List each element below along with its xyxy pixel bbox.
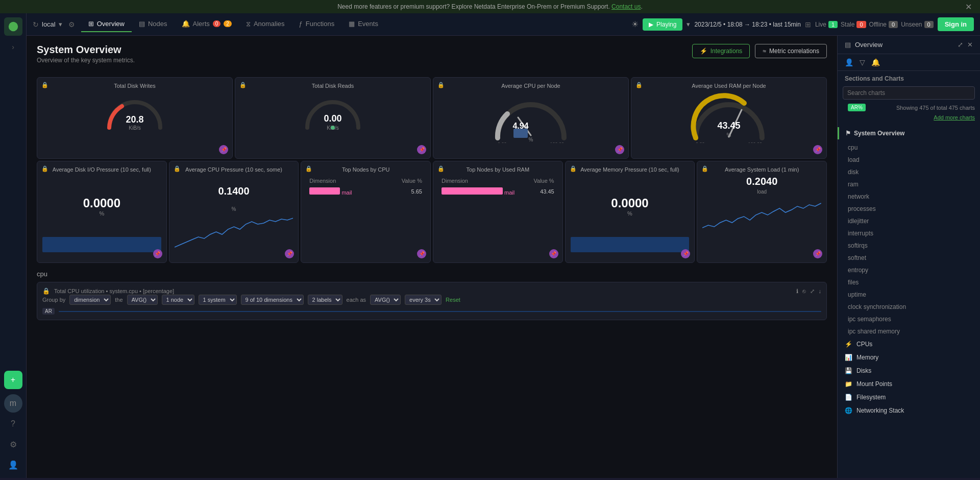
nav-group-mount-header[interactable]: 📁 Mount Points xyxy=(845,380,973,388)
chart-disk-io-pressure: 🔒 Average Disk I/O Pressure (10 sec, ful… xyxy=(37,161,167,263)
pin-icon[interactable]: 📌 xyxy=(417,249,426,258)
pin-icon[interactable]: 📌 xyxy=(681,249,690,258)
tab-anomalies[interactable]: ⧖ Anomalies xyxy=(239,17,292,32)
rp-filter-icon[interactable]: ▽ xyxy=(860,58,865,66)
nav-item-idlejitter[interactable]: idlejitter xyxy=(838,215,980,227)
svg-text:0.00: 0.00 xyxy=(324,113,341,124)
node-dropdown-icon[interactable]: ▾ xyxy=(59,20,62,28)
overview-icon: ⊞ xyxy=(88,20,94,28)
sidebar-icon-settings[interactable]: ⚙ xyxy=(4,435,22,453)
tab-events[interactable]: ▦ Events xyxy=(341,17,385,32)
panel-expand-icon[interactable]: ⤢ xyxy=(958,41,963,49)
nav-item-entropy[interactable]: entropy xyxy=(838,264,980,276)
sidebar-icon-netdata[interactable] xyxy=(4,17,22,36)
table-row: mail 5.65 xyxy=(307,186,424,197)
right-panel: ▤ Overview ⤢ ✕ 👤 ▽ 🔔 Sections and Charts xyxy=(837,36,980,478)
sidebar-icon-person[interactable]: 👤 xyxy=(4,455,22,474)
metric-corr-icon: ≈ xyxy=(763,47,766,55)
chart-memory-pressure: 🔒 Average Memory Pressure (10 sec, full)… xyxy=(565,161,695,263)
pin-icon[interactable]: 📌 xyxy=(813,249,822,258)
info-circle-icon[interactable]: ℹ xyxy=(796,288,798,295)
playing-dropdown-icon[interactable]: ▾ xyxy=(687,20,690,28)
nav-group-mount-points: 📁 Mount Points xyxy=(838,377,980,391)
dimensions-select[interactable]: 9 of 10 dimensions xyxy=(241,295,304,305)
panel-close-icon[interactable]: ✕ xyxy=(967,41,973,49)
avg-select[interactable]: AVG() xyxy=(127,295,158,305)
nav-group-cpus-header[interactable]: ⚡ CPUs xyxy=(845,341,973,348)
nav-group-filesystem: 📄 Filesystem xyxy=(838,391,980,404)
page-title: System Overview xyxy=(37,44,135,56)
share-icon[interactable]: ⎋ xyxy=(802,288,806,294)
alerts-badge2: 2 xyxy=(224,20,232,27)
nav-item-ipc-shared[interactable]: ipc shared memory xyxy=(838,325,980,338)
tab-functions[interactable]: ƒ Functions xyxy=(292,17,342,32)
tab-nodes[interactable]: ▤ Nodes xyxy=(132,17,175,32)
settings-icon[interactable]: ⚙ xyxy=(68,20,75,29)
playing-button[interactable]: ▶ Playing xyxy=(643,18,682,31)
sidebar-icon-help[interactable]: ? xyxy=(4,415,22,433)
nav-item-disk[interactable]: disk xyxy=(838,166,980,178)
reset-button[interactable]: Reset xyxy=(446,297,460,303)
pin-icon[interactable]: 📌 xyxy=(285,249,294,258)
nav-item-softnet[interactable]: softnet xyxy=(838,252,980,264)
integrations-button[interactable]: ⚡ Integrations xyxy=(692,44,750,58)
theme-icon[interactable]: ☀ xyxy=(631,19,639,29)
fs-icon: 📄 xyxy=(845,394,852,401)
sidebar-icon-user[interactable]: m xyxy=(4,394,22,413)
right-panel-title: Overview xyxy=(855,41,883,49)
sidebar-icons: › + m ? ⚙ 👤 xyxy=(0,13,27,478)
system-overview-section[interactable]: ⚑ System Overview xyxy=(838,127,980,139)
expand-icon[interactable]: ⤢ xyxy=(810,288,815,295)
rp-bell-icon[interactable]: 🔔 xyxy=(871,58,880,66)
systems-select[interactable]: 1 system xyxy=(199,295,237,305)
labels-select[interactable]: 2 labels xyxy=(308,295,342,305)
nav-item-ram[interactable]: ram xyxy=(838,178,980,190)
pin-icon[interactable]: 📌 xyxy=(417,145,426,154)
sidebar-icon-add[interactable]: + xyxy=(4,371,22,389)
nav-group-disks-header[interactable]: 💾 Disks xyxy=(845,367,973,374)
nav-item-ipc-semaphores[interactable]: ipc semaphores xyxy=(838,313,980,325)
nav-group-fs-header[interactable]: 📄 Filesystem xyxy=(845,394,973,401)
pin-icon[interactable]: 📌 xyxy=(813,145,822,154)
pin-icon[interactable]: 📌 xyxy=(549,249,558,258)
chart-system-load: 🔒 Average System Load (1 min) 0.2040 loa… xyxy=(697,161,827,263)
signin-button[interactable]: Sign in xyxy=(938,17,974,31)
lock-icon: 🔒 xyxy=(41,82,48,88)
interval-select[interactable]: every 3s xyxy=(405,295,442,305)
node-selector[interactable]: ↻ local ▾ xyxy=(33,20,62,29)
status-group: Live 1 Stale 0 Offline 0 Unseen 0 xyxy=(815,21,934,28)
sidebar-icon-collapse[interactable]: › xyxy=(4,38,22,56)
toolbar: ⚡ Integrations ≈ Metric correlations xyxy=(692,44,827,58)
add-charts-link[interactable]: Add more charts xyxy=(934,114,975,121)
pin-icon[interactable]: 📌 xyxy=(153,249,162,258)
nav-group-memory-header[interactable]: 📊 Memory xyxy=(845,354,973,361)
nav-item-processes[interactable]: processes xyxy=(838,203,980,215)
banner-close-icon[interactable]: ✕ xyxy=(965,2,972,12)
banner-link[interactable]: Contact us xyxy=(611,3,641,10)
nodes-select[interactable]: 1 node xyxy=(162,295,194,305)
table-row: mail 43.45 xyxy=(439,186,556,197)
metric-correlations-button[interactable]: ≈ Metric correlations xyxy=(755,44,827,58)
nav-item-cpu[interactable]: cpu xyxy=(838,141,980,154)
nav-item-files[interactable]: files xyxy=(838,276,980,289)
each-as-select[interactable]: AVG() xyxy=(370,295,401,305)
offline-status: Offline 0 xyxy=(869,21,898,28)
nav-item-load[interactable]: load xyxy=(838,154,980,166)
nav-item-softirqs[interactable]: softirqs xyxy=(838,239,980,252)
group-by-select[interactable]: dimension xyxy=(69,295,111,305)
nav-group-net-header[interactable]: 🌐 Networking Stack xyxy=(845,407,973,414)
tab-alerts[interactable]: 🔔 Alerts 0 2 xyxy=(175,17,239,32)
nav-item-uptime[interactable]: uptime xyxy=(838,289,980,301)
ar-badge: AR% xyxy=(848,104,866,111)
tab-overview[interactable]: ⊞ Overview xyxy=(81,17,132,32)
pin-icon[interactable]: 📌 xyxy=(615,145,624,154)
nav-item-network[interactable]: network xyxy=(838,190,980,203)
rp-person-icon[interactable]: 👤 xyxy=(845,58,853,66)
nav-item-interrupts[interactable]: interrupts xyxy=(838,227,980,239)
lock-icon: 🔒 xyxy=(239,82,247,88)
download-icon[interactable]: ↓ xyxy=(819,288,822,294)
pin-icon[interactable]: 📌 xyxy=(219,145,228,154)
nav-item-clock-sync[interactable]: clock synchronization xyxy=(838,301,980,313)
svg-text:KiB/s: KiB/s xyxy=(327,125,338,131)
search-input[interactable] xyxy=(843,86,975,100)
